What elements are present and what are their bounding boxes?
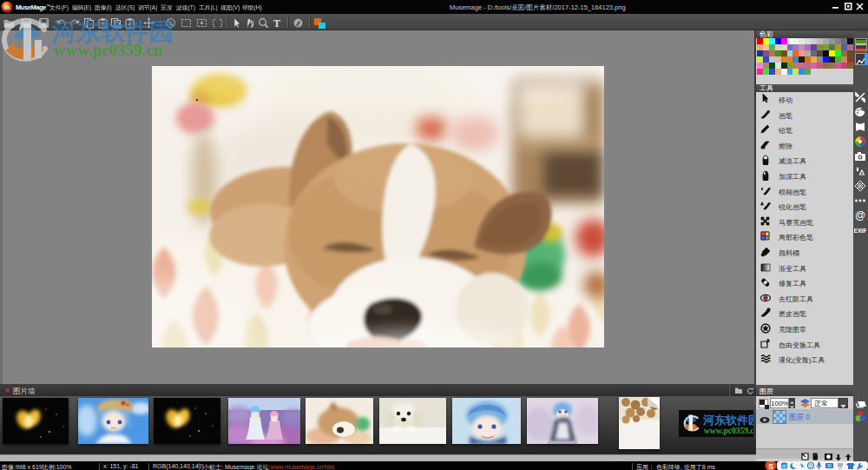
- svg-text:@: @: [855, 209, 865, 222]
- svg-text:www.pc0359.cn: www.pc0359.cn: [704, 427, 753, 435]
- svg-text:S: S: [768, 462, 773, 470]
- svg-text:m: m: [3, 3, 10, 11]
- svg-text:河东软件园: 河东软件园: [702, 414, 753, 427]
- svg-text:中: 中: [782, 464, 787, 469]
- svg-text:EXIF: EXIF: [854, 228, 866, 234]
- svg-text:T: T: [273, 17, 280, 29]
- svg-text:S: S: [169, 21, 173, 26]
